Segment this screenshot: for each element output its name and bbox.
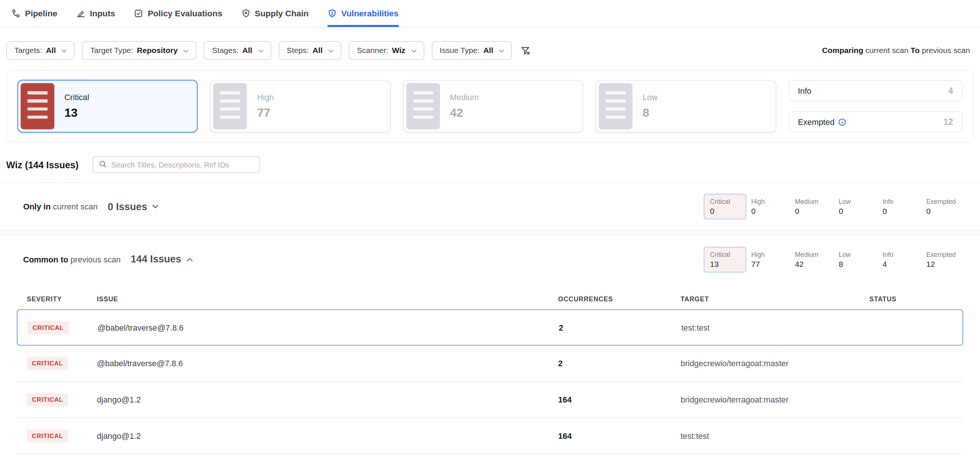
severity-chips: Critical 0 High 0 Medium 0 Low 0 Info 0 … xyxy=(704,194,965,219)
table-row[interactable]: CRITICAL django@1.2 164 bridgecrewio/ter… xyxy=(17,382,963,418)
severity-card-high[interactable]: High 77 xyxy=(210,80,390,133)
search-input[interactable] xyxy=(111,160,253,169)
tab-supply-chain[interactable]: Supply Chain xyxy=(241,0,309,27)
targets-filter-dropdown[interactable]: Targets:All xyxy=(6,41,75,60)
issue-name: @babel/traverse@7.8.6 xyxy=(97,359,558,368)
section-gap xyxy=(0,230,980,235)
tab-vulnerabilities[interactable]: Vulnerabilities xyxy=(327,0,398,27)
chip-exempted[interactable]: Exempted 0 xyxy=(926,194,965,219)
severity-badge: CRITICAL xyxy=(27,393,68,406)
severity-card-label: Low xyxy=(643,93,657,102)
stages-filter-dropdown[interactable]: Stages:All xyxy=(204,41,271,60)
occurrences-count: 2 xyxy=(558,359,681,368)
chevron-up-icon xyxy=(186,256,194,264)
issue-name: django@1.2 xyxy=(97,431,558,440)
issues-table-body: CRITICAL @babel/traverse@7.8.6 2 test:te… xyxy=(17,310,963,454)
side-label: Info xyxy=(798,86,812,95)
critical-list-icon xyxy=(21,83,54,129)
target-name: bridgecrewio/terragoat:master xyxy=(681,395,869,404)
tab-label: Policy Evaluations xyxy=(148,9,222,18)
chip-high[interactable]: High 0 xyxy=(751,194,790,219)
section-label-rest: current scan xyxy=(53,202,98,211)
chip-info[interactable]: Info 4 xyxy=(883,247,921,272)
chevron-down-icon xyxy=(61,47,68,54)
policy-check-icon xyxy=(134,9,143,18)
side-label: Exempted xyxy=(798,117,846,126)
occurrences-count: 2 xyxy=(558,323,681,332)
search-icon xyxy=(99,159,107,170)
filter-label: Scanner: xyxy=(357,46,388,55)
comparing-previous: previous scan xyxy=(922,46,970,55)
chip-exempted[interactable]: Exempted 12 xyxy=(926,247,965,272)
severity-side-column: Info 4 Exempted 12 xyxy=(788,80,962,133)
chip-info[interactable]: Info 0 xyxy=(883,194,921,219)
supply-chain-shield-icon xyxy=(241,9,250,18)
target-type-filter-dropdown[interactable]: Target Type:Repository xyxy=(82,41,196,60)
severity-card-medium[interactable]: Medium 42 xyxy=(403,80,583,133)
filter-value: All xyxy=(483,46,493,55)
scanner-title: Wiz (144 Issues) xyxy=(6,159,79,170)
section-label: Common to previous scan xyxy=(23,255,121,264)
issues-search-box[interactable] xyxy=(92,156,260,173)
scanner-filter-dropdown[interactable]: Scanner:Wiz xyxy=(349,41,424,60)
severity-chips: Critical 13 High 77 Medium 42 Low 8 Info… xyxy=(704,246,965,272)
column-header-occurrences: OCCURRENCES xyxy=(558,295,681,302)
table-row[interactable]: CRITICAL @babel/traverse@7.8.6 2 test:te… xyxy=(17,310,963,346)
clear-filters-icon[interactable] xyxy=(521,46,531,56)
tab-label: Supply Chain xyxy=(255,9,309,18)
chip-low[interactable]: Low 8 xyxy=(839,247,878,272)
chip-medium[interactable]: Medium 42 xyxy=(795,247,834,272)
issues-table-header: SEVERITY ISSUE OCCURRENCES TARGET STATUS xyxy=(17,291,963,307)
column-header-target: TARGET xyxy=(681,295,869,302)
severity-card-count: 8 xyxy=(643,106,657,120)
severity-badge: CRITICAL xyxy=(27,429,68,442)
table-row[interactable]: CRITICAL @babel/traverse@7.8.6 2 bridgec… xyxy=(17,345,963,382)
severity-card-low[interactable]: Low 8 xyxy=(596,80,776,133)
tab-label: Pipeline xyxy=(25,9,57,18)
steps-filter-dropdown[interactable]: Steps:All xyxy=(279,41,341,60)
chevron-down-icon xyxy=(183,47,190,54)
tab-label: Vulnerabilities xyxy=(341,9,398,18)
target-name: bridgecrewio/terragoat:master xyxy=(681,359,869,368)
tab-policy-evaluations[interactable]: Policy Evaluations xyxy=(134,0,222,27)
chevron-down-icon xyxy=(410,47,417,54)
severity-card-info[interactable]: Info 4 xyxy=(788,80,962,101)
severity-card-count: 42 xyxy=(450,106,479,120)
column-header-severity: SEVERITY xyxy=(17,295,97,302)
comparison-status: Comparing current scan To previous scan xyxy=(822,46,974,55)
medium-list-icon xyxy=(406,83,440,129)
chip-low[interactable]: Low 0 xyxy=(839,194,878,219)
high-list-icon xyxy=(213,83,247,129)
low-list-icon xyxy=(599,83,633,129)
chevron-down-icon xyxy=(328,47,335,54)
chip-critical[interactable]: Critical 0 xyxy=(704,194,746,219)
chip-critical[interactable]: Critical 13 xyxy=(704,246,746,272)
common-to-previous-issues-toggle[interactable]: 144 Issues xyxy=(131,254,194,265)
severity-card-label: High xyxy=(257,93,274,102)
occurrences-count: 164 xyxy=(558,431,681,440)
tab-inputs[interactable]: Inputs xyxy=(76,0,115,27)
filter-bar: Targets:All Target Type:Repository Stage… xyxy=(0,41,980,60)
severity-summary-panel: Critical 13 High 77 Medium 42 Low 8 xyxy=(6,70,974,143)
filter-label: Targets: xyxy=(14,46,42,55)
tab-pipeline[interactable]: Pipeline xyxy=(11,0,57,27)
severity-card-critical[interactable]: Critical 13 xyxy=(18,80,197,133)
table-row[interactable]: CRITICAL django@1.2 164 test:test xyxy=(17,418,963,454)
issue-name: django@1.2 xyxy=(97,395,558,404)
issue-type-filter-dropdown[interactable]: Issue Type:All xyxy=(431,41,512,60)
filter-value: Wiz xyxy=(392,46,405,55)
info-icon[interactable] xyxy=(838,118,846,126)
filter-value: All xyxy=(242,46,252,55)
issues-count: 144 Issues xyxy=(131,254,181,265)
section-label-bold: Only in xyxy=(23,202,51,211)
tab-bar: Pipeline Inputs Policy Evaluations Suppl… xyxy=(0,0,980,27)
only-in-current-issues-toggle[interactable]: 0 Issues xyxy=(108,201,159,212)
occurrences-count: 164 xyxy=(558,395,681,404)
severity-card-exempted[interactable]: Exempted 12 xyxy=(788,111,962,132)
issue-name: @babel/traverse@7.8.6 xyxy=(97,323,558,332)
chip-medium[interactable]: Medium 0 xyxy=(795,194,834,219)
section-label-bold: Common to xyxy=(23,255,68,264)
section-label: Only in current scan xyxy=(23,202,97,211)
chip-high[interactable]: High 77 xyxy=(751,247,790,272)
filter-label: Issue Type: xyxy=(439,46,479,55)
